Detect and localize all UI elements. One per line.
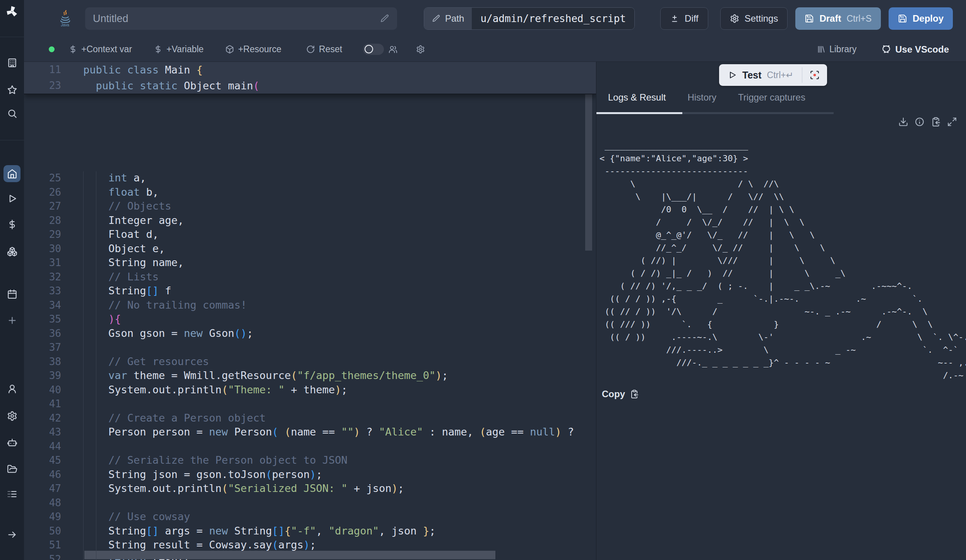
info-icon[interactable] (915, 117, 925, 127)
svg-text:Java: Java (61, 23, 69, 27)
deploy-button[interactable]: Deploy (889, 7, 953, 30)
dollar-icon (69, 45, 77, 54)
search-icon (7, 108, 17, 119)
sidebar-item-logs[interactable] (3, 485, 21, 502)
list-icon (7, 489, 17, 499)
code-line: 42 // Create a Person object (24, 411, 596, 425)
line-number: 28 (24, 213, 61, 228)
copy-label: Copy (602, 389, 625, 400)
arrow-right-icon (7, 529, 17, 540)
sidebar-item-create[interactable] (3, 312, 21, 329)
line-number: 42 (24, 411, 61, 425)
line-number: 40 (24, 383, 61, 397)
diff-icon (670, 14, 679, 23)
line-number: 52 (24, 552, 61, 560)
code-line: 43 Person person = new Person( (name == … (24, 425, 596, 439)
tab-logs-result[interactable]: Logs & Result (608, 92, 666, 103)
code-line: 30 Object e, (24, 242, 596, 256)
save-icon (805, 14, 814, 23)
code-line: 27 // Objects (24, 199, 596, 213)
expand-icon[interactable] (947, 117, 957, 127)
download-icon[interactable] (898, 117, 908, 127)
line-number: 27 (24, 199, 61, 213)
code-line: 49 // Use cowsay (24, 510, 596, 524)
library-button[interactable]: Library (817, 44, 856, 55)
code-line: 32 // Lists (24, 270, 596, 284)
add-resource-label: +Resource (238, 44, 281, 55)
code-line: 47 System.out.println("Serialized JSON: … (24, 481, 596, 496)
calendar-icon (7, 289, 17, 299)
draft-button[interactable]: Draft Ctrl+S (795, 7, 881, 30)
sidebar-item-variables[interactable] (3, 216, 21, 233)
sidebar-item-schedules[interactable] (3, 285, 21, 302)
line-number: 49 (24, 510, 61, 524)
sidebar-item-folders[interactable] (3, 461, 21, 478)
editor-toolbar: +Context var +Variable +Resource Reset L… (24, 37, 966, 62)
capture-button[interactable] (802, 64, 827, 86)
code-editor[interactable]: 25 int a,26 float b,27 // Objects28 Inte… (24, 62, 596, 560)
gear-icon (730, 14, 739, 23)
line-number: 45 (24, 453, 61, 468)
line-number: 30 (24, 242, 61, 256)
sidebar-item-workspace[interactable] (3, 54, 21, 71)
dollar-icon (7, 219, 17, 230)
settings-button[interactable]: Settings (720, 7, 788, 30)
line-number: 23 (24, 78, 61, 94)
add-context-var-button[interactable]: +Context var (69, 44, 132, 55)
line-number: 46 (24, 468, 61, 482)
line-number: 25 (24, 171, 61, 185)
editor-settings-button[interactable] (416, 45, 425, 54)
panel-tabs: Logs & ResultHistoryTrigger captures (596, 92, 805, 103)
clipboard-copy-icon[interactable] (931, 117, 941, 127)
script-title-input[interactable]: Untitled (85, 7, 397, 30)
code-line: 25 int a, (24, 171, 596, 185)
topbar: Java Untitled Path u/admin/refreshed_scr… (24, 0, 966, 37)
line-number: 50 (24, 524, 61, 538)
horizontal-scrollbar[interactable] (84, 551, 495, 559)
result-output: ____________________________ < {"name":"… (599, 139, 966, 383)
use-vscode-button[interactable]: Use VScode (881, 44, 949, 55)
sidebar-item-home[interactable] (3, 165, 21, 182)
reset-button[interactable]: Reset (306, 44, 342, 55)
code-line: 48 (24, 496, 596, 510)
indent-guide (96, 171, 96, 560)
add-resource-button[interactable]: +Resource (225, 44, 281, 55)
sidebar-item-resources[interactable] (3, 243, 21, 260)
code-line: 33 String[] f (24, 284, 596, 298)
reset-label: Reset (319, 44, 342, 55)
toggle-knob (365, 45, 373, 53)
users-button[interactable] (389, 45, 397, 54)
sidebar-item-collapse[interactable] (3, 526, 21, 543)
code-line: 40 System.out.println("Theme: " + theme)… (24, 383, 596, 397)
windmill-logo-icon[interactable] (5, 4, 19, 19)
add-variable-button[interactable]: +Variable (154, 44, 204, 55)
line-number: 41 (24, 397, 61, 411)
tab-history[interactable]: History (687, 92, 716, 103)
status-dot (49, 46, 55, 52)
building-icon (7, 58, 17, 68)
diff-button[interactable]: Diff (660, 7, 708, 30)
tab-trigger-captures[interactable]: Trigger captures (738, 92, 805, 103)
line-number: 44 (24, 439, 61, 454)
mode-toggle[interactable] (363, 44, 384, 55)
copy-result-button[interactable]: Copy (602, 389, 639, 400)
line-number: 43 (24, 425, 61, 439)
line-number: 31 (24, 256, 61, 270)
sticky-scope-header: 11public class Main {23 public static Ob… (24, 62, 596, 94)
sidebar-item-account[interactable] (3, 380, 21, 397)
add-context-var-label: +Context var (81, 44, 132, 55)
sidebar-item-settings[interactable] (3, 407, 21, 424)
sidebar-item-workers[interactable] (3, 434, 21, 451)
sidebar-item-favorites[interactable] (3, 81, 21, 98)
code-line: 38 // Get resources (24, 355, 596, 369)
path-field[interactable]: Path u/admin/refreshed_script (424, 7, 635, 30)
sidebar-item-search[interactable] (3, 105, 21, 122)
code-line: 39 var theme = Wmill.getResource("f/app_… (24, 369, 596, 383)
sidebar-item-runs[interactable] (3, 190, 21, 207)
code-line: 50 String[] args = new String[]{"-f", "d… (24, 524, 596, 538)
test-run-button[interactable]: Test Ctrl+↵ (719, 64, 827, 86)
results-panel: Test Ctrl+↵ Logs & ResultHistoryTrigger … (596, 62, 966, 560)
edit-title-icon[interactable] (380, 14, 389, 23)
line-number: 39 (24, 369, 61, 383)
user-icon (7, 384, 17, 394)
